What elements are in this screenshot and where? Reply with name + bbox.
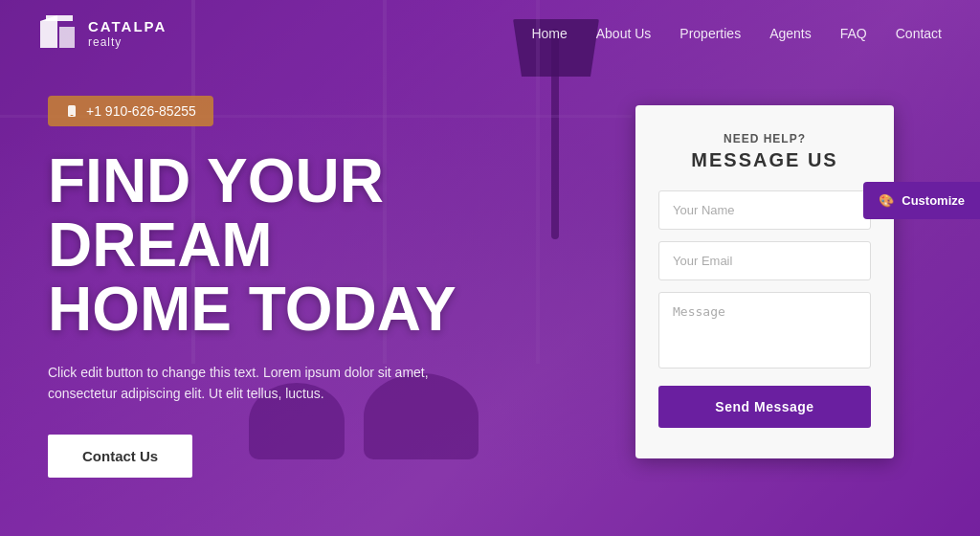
phone-icon [65,104,78,118]
contact-us-button[interactable]: Contact Us [48,435,192,478]
nav-faq[interactable]: FAQ [840,26,867,41]
send-message-button[interactable]: Send Message [658,386,871,428]
logo-icon [38,13,78,54]
hero-content: +1 910-626-85255 FIND YOUR DREAM HOME TO… [0,0,612,536]
logo-text: CATALPA realty [88,18,167,49]
hero-title-line2: HOME TODAY [48,275,457,344]
nav-about[interactable]: About Us [596,26,652,41]
brand-sub: realty [88,35,167,49]
nav-links: Home About Us Properties Agents FAQ Cont… [531,25,942,42]
customize-label: Customize [902,193,965,208]
navbar: CATALPA realty Home About Us Properties … [0,0,980,67]
phone-badge[interactable]: +1 910-626-85255 [48,96,213,126]
svg-rect-2 [59,27,75,48]
hero-description: Click edit button to change this text. L… [48,362,488,405]
phone-number: +1 910-626-85255 [86,103,196,119]
svg-rect-0 [40,21,57,48]
nav-contact[interactable]: Contact [896,26,942,41]
nav-properties[interactable]: Properties [679,26,741,41]
nav-home[interactable]: Home [531,26,567,41]
brand-name: CATALPA [88,18,167,35]
nav-agents[interactable]: Agents [769,26,812,41]
need-help-label: NEED HELP? [658,132,871,145]
contact-form-panel: NEED HELP? MESSAGE US Send Message [635,105,894,458]
palette-icon: 🎨 [879,193,894,208]
hero-title-line1: FIND YOUR DREAM [48,146,384,279]
message-us-heading: MESSAGE US [658,149,871,171]
message-input[interactable] [658,292,871,368]
svg-rect-5 [71,115,74,116]
customize-tab[interactable]: 🎨 Customize [863,182,980,219]
name-input[interactable] [658,190,871,230]
logo: CATALPA realty [38,13,167,54]
email-input[interactable] [658,241,871,280]
hero-title: FIND YOUR DREAM HOME TODAY [48,149,565,343]
